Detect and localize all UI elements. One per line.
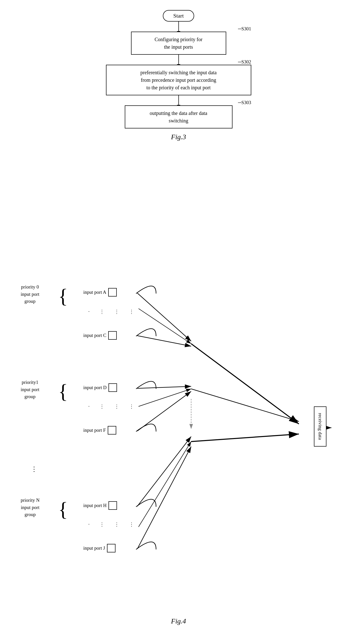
port-h-row: input port H — [83, 501, 117, 510]
fig4-caption: Fig.4 — [16, 617, 341, 625]
port-a-row: input port A — [83, 288, 117, 297]
svg-line-11 — [191, 344, 299, 424]
priority1-brace: { — [58, 381, 68, 401]
svg-line-13 — [191, 434, 299, 442]
svg-line-10 — [137, 447, 191, 549]
priority0-group-label: priority 0 input port group — [21, 283, 39, 305]
group0-dots-row: · ⋮ ⋮ ⋮ — [88, 309, 136, 315]
port-j-row: input port J — [83, 544, 116, 552]
fig4-arrows — [16, 266, 341, 612]
group-separator-dots: ⋮ — [31, 464, 37, 475]
s302-label: ─S302 — [238, 59, 251, 65]
priorityN-brace: { — [58, 499, 68, 519]
step1-box: Configuring priority forthe input ports — [131, 32, 226, 55]
svg-line-6 — [139, 389, 191, 406]
fig3-caption: Fig.3 — [171, 133, 186, 141]
svg-line-5 — [137, 386, 191, 388]
svg-line-3 — [139, 309, 191, 344]
svg-line-7 — [137, 391, 191, 431]
step3-box: outputting the data after dataswitching — [125, 105, 232, 128]
groupN-dots-row: · ⋮ ⋮ ⋮ — [88, 521, 136, 527]
svg-line-8 — [137, 437, 191, 506]
priority0-brace: { — [58, 286, 68, 306]
port-f-row: input port F — [83, 426, 116, 435]
receiving-data-box: receiving data — [314, 406, 326, 447]
port-c-row: input port C — [83, 331, 117, 340]
svg-line-12 — [191, 389, 299, 421]
s301-label: ─S301 — [238, 26, 251, 32]
svg-line-2 — [137, 293, 191, 341]
port-d-row: input port D — [83, 383, 117, 392]
priorityN-group-label: priority N input port group — [21, 497, 40, 518]
step2-text: preferentially switching the input dataf… — [140, 70, 216, 90]
fig4-diagram: priority 0 input port group { input port… — [16, 266, 341, 625]
step1-text: Configuring priority forthe input ports — [155, 37, 202, 50]
step3-text: outputting the data after dataswitching — [150, 110, 207, 123]
group1-dots-row: · ⋮ ⋮ ⋮ — [88, 403, 136, 409]
s303-label: ─S303 — [238, 100, 251, 105]
fig3-diagram: Start ─S301 Configuring priority forthe … — [91, 10, 266, 141]
priority1-group-label: priority1 input port group — [21, 379, 39, 400]
svg-line-9 — [139, 442, 191, 527]
step2-box: preferentially switching the input dataf… — [106, 65, 251, 95]
start-node: Start — [163, 10, 194, 22]
svg-line-4 — [137, 336, 191, 346]
